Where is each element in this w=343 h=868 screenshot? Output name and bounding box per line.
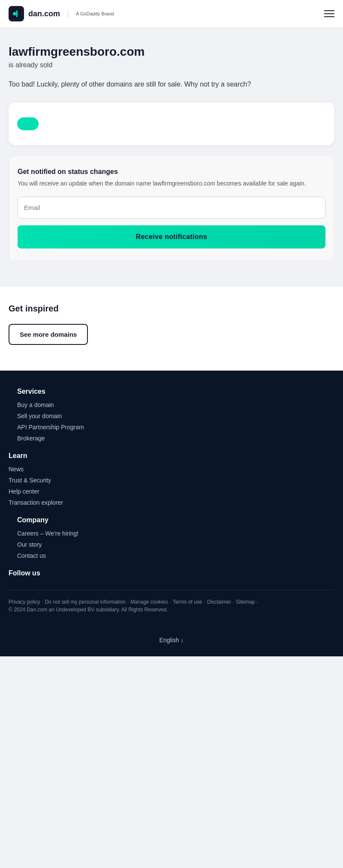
footer-services: Services Buy a domain Sell your domain A… [9,388,334,442]
search-box [9,102,334,145]
footer-follow: Follow us [9,569,334,577]
hamburger-line-2 [324,13,334,14]
footer-link-help[interactable]: Help center [9,488,334,495]
copyright: © 2024 Dan.com an Undeveloped BV subsidi… [9,607,168,613]
footer-link-buy-domain[interactable]: Buy a domain [17,401,334,408]
godaddy-brand: A GoDaddy Brand [76,11,114,16]
footer-link-our-story[interactable]: Our story [17,541,334,548]
footer-link-contact[interactable]: Contact us [17,552,334,559]
see-more-button[interactable]: See more domains [9,324,88,345]
inspired-section: Get inspired See more domains [0,287,343,371]
footer-link-transaction[interactable]: Transaction explorer [9,499,334,506]
notification-description: You will receive an update when the doma… [18,179,325,188]
svg-point-1 [13,12,16,15]
hamburger-line-1 [324,10,334,11]
footer-company: Company Careers – We're hiring! Our stor… [9,516,334,559]
notification-box: Get notified on status changes You will … [9,156,334,261]
follow-heading: Follow us [9,569,334,577]
disclaimer-link[interactable]: Disclaimer [207,599,231,605]
hamburger-menu[interactable] [324,10,334,17]
dan-logo-icon [9,6,24,21]
sitemap-link[interactable]: Sitemap [236,599,255,605]
notify-button[interactable]: Receive notifications [18,225,325,248]
footer-bottom: Privacy policy · Do not sell my personal… [9,599,334,628]
footer-bottom-links: Privacy policy · Do not sell my personal… [9,599,334,613]
email-input[interactable] [18,197,325,218]
search-indicator [17,117,39,130]
hamburger-line-3 [324,16,334,17]
company-heading: Company [17,516,334,524]
footer-link-sell-domain[interactable]: Sell your domain [17,413,334,419]
logo-text: dan.com [28,9,60,18]
footer-link-news[interactable]: News [9,466,334,473]
logo-area: dan.com A GoDaddy Brand [9,6,114,21]
footer: Services Buy a domain Sell your domain A… [0,371,343,656]
terms-link[interactable]: Terms of use [173,599,202,605]
language-selector[interactable]: English ↓ [9,628,334,656]
footer-link-careers[interactable]: Careers – We're hiring! [17,530,334,537]
notification-title: Get notified on status changes [18,168,325,176]
svg-rect-2 [16,10,18,17]
footer-divider [9,590,334,590]
footer-link-api[interactable]: API Partnership Program [17,424,334,431]
footer-learn: Learn News Trust & Security Help center … [9,452,334,506]
header: dan.com A GoDaddy Brand [0,0,343,28]
domain-title: lawfirmgreensboro.com [9,45,334,59]
footer-link-trust[interactable]: Trust & Security [9,477,334,484]
logo-separator [68,9,68,18]
footer-link-brokerage[interactable]: Brokerage [17,435,334,442]
inspired-title: Get inspired [9,304,334,314]
manage-cookies-link[interactable]: Manage cookies [130,599,168,605]
sold-status: is already sold [9,61,334,69]
main-content: lawfirmgreensboro.com is already sold To… [0,28,343,287]
services-heading: Services [17,388,334,395]
main-description: Too bad! Luckily, plenty of other domain… [9,79,334,90]
do-not-sell-link[interactable]: Do not sell my personal information [45,599,126,605]
learn-heading: Learn [9,452,334,460]
privacy-link[interactable]: Privacy policy [9,599,40,605]
language-label: English ↓ [159,637,184,644]
